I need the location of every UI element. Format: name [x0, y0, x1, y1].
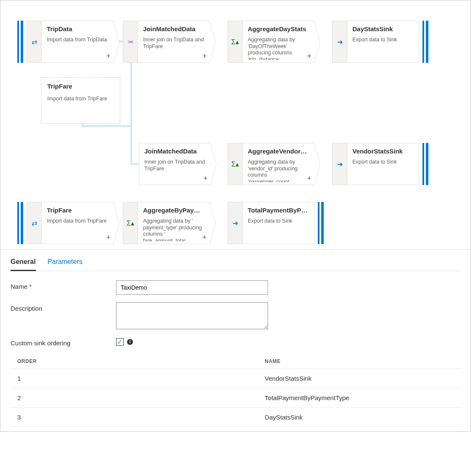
col-order: ORDER [11, 354, 258, 369]
custom-sink-checkbox[interactable]: ✓ [116, 338, 124, 346]
node-title: TripData [47, 25, 108, 32]
node-title: JoinMatchedData [144, 148, 205, 155]
table-row[interactable]: 2 TotalPaymentByPaymentType [11, 388, 460, 408]
node-desc: Export data to Sink [352, 159, 414, 182]
tab-parameters[interactable]: Parameters [48, 256, 83, 271]
node-aggday[interactable]: Σ▴ AggregateDayStats Aggregating data by… [227, 21, 314, 63]
node-title: JoinMatchedData [143, 25, 204, 32]
table-row[interactable]: 3 DayStatsSink [11, 408, 460, 427]
node-tripfare[interactable]: ⇄ TripFare Import data from TripFare + [17, 202, 114, 244]
custom-sink-label: Custom sink ordering [11, 337, 116, 347]
stream-end-bars [422, 143, 428, 185]
node-desc: Import data from TripFare [47, 96, 114, 102]
node-desc: Inner join on TripData and TripFare [143, 37, 204, 60]
add-step-button[interactable]: + [307, 52, 311, 61]
connector [81, 125, 132, 127]
description-label: Description [11, 302, 116, 312]
properties-panel: General Parameters Name* Description Cus… [0, 249, 471, 431]
connector [130, 62, 132, 127]
node-title: DayStatsSink [352, 25, 414, 32]
stream-end-bars [422, 21, 428, 63]
connector [130, 163, 139, 165]
node-title: AggregateByPaym... [143, 207, 204, 214]
add-step-button[interactable]: + [106, 52, 111, 61]
node-desc: Export data to Sink [352, 37, 414, 60]
aggregate-icon: Σ▴ [123, 202, 138, 244]
dataflow-designer: ⇄ TripData Import data from TripData + ⫘… [0, 0, 471, 432]
tab-general[interactable]: General [11, 256, 36, 271]
tabs: General Parameters [11, 256, 460, 271]
info-icon[interactable]: i [127, 339, 133, 345]
add-step-button[interactable]: + [202, 233, 207, 242]
node-vendsink[interactable]: ➜ VendorStatsSink Export data to Sink [332, 143, 428, 185]
node-title: VendorStatsSink [352, 148, 414, 155]
source-icon: ⇄ [27, 202, 42, 244]
node-aggpay[interactable]: Σ▴ AggregateByPaym... Aggregating data b… [123, 202, 210, 244]
node-title: TotalPaymentByPa... [248, 207, 309, 214]
node-tripfare-ghost[interactable]: TripFare Import data from TripFare [41, 77, 120, 124]
node-title: TripFare [47, 83, 114, 90]
node-desc: Import data from TripFare [47, 218, 108, 241]
node-desc: Export data to Sink [248, 218, 309, 241]
node-desc: Aggregating data by ' payment_type' prod… [143, 218, 204, 241]
node-desc: Aggregating data by 'vendor_id' producin… [248, 159, 309, 182]
add-step-button[interactable]: + [106, 233, 111, 242]
flow-canvas[interactable]: ⇄ TripData Import data from TripData + ⫘… [0, 0, 471, 249]
table-row[interactable]: 1 VendorStatsSink [11, 369, 460, 388]
node-desc: Aggregating data by 'DayOfTheWeek' produ… [248, 37, 309, 60]
add-step-button[interactable]: + [307, 174, 311, 183]
add-step-button[interactable]: + [203, 174, 208, 183]
sink-icon: ➜ [332, 143, 347, 185]
node-daysink[interactable]: ➜ DayStatsSink Export data to Sink [332, 21, 428, 63]
node-title: AggregateDayStats [248, 25, 309, 32]
sink-icon: ➜ [227, 202, 243, 244]
col-name: NAME [258, 354, 460, 369]
node-title: AggregateVendorS... [248, 148, 309, 155]
sink-order-table: ORDER NAME 1 VendorStatsSink 2 TotalPaym… [11, 354, 460, 427]
node-join1[interactable]: ⫘ JoinMatchedData Inner join on TripData… [123, 21, 210, 63]
stream-start-bars [17, 202, 23, 244]
sink-icon: ➜ [332, 21, 347, 63]
add-step-button[interactable]: + [202, 52, 207, 61]
connector [130, 125, 132, 165]
stream-end-bars [318, 202, 324, 244]
node-desc: Inner join on TripData and TripFare [144, 159, 205, 182]
node-title: TripFare [47, 207, 108, 214]
source-icon: ⇄ [27, 21, 42, 63]
node-join2[interactable]: JoinMatchedData Inner join on TripData a… [139, 143, 211, 185]
description-input[interactable] [116, 302, 268, 329]
node-aggvend[interactable]: Σ▴ AggregateVendorS... Aggregating data … [227, 143, 314, 185]
name-input[interactable] [116, 280, 268, 295]
stream-start-bars [17, 21, 23, 63]
join-icon: ⫘ [123, 21, 138, 63]
node-paysink[interactable]: ➜ TotalPaymentByPa... Export data to Sin… [227, 202, 324, 244]
aggregate-icon: Σ▴ [227, 21, 243, 63]
node-desc: Import data from TripData [47, 37, 108, 60]
aggregate-icon: Σ▴ [227, 143, 243, 185]
node-tripdata[interactable]: ⇄ TripData Import data from TripData + [17, 21, 114, 63]
name-label: Name* [11, 280, 116, 290]
